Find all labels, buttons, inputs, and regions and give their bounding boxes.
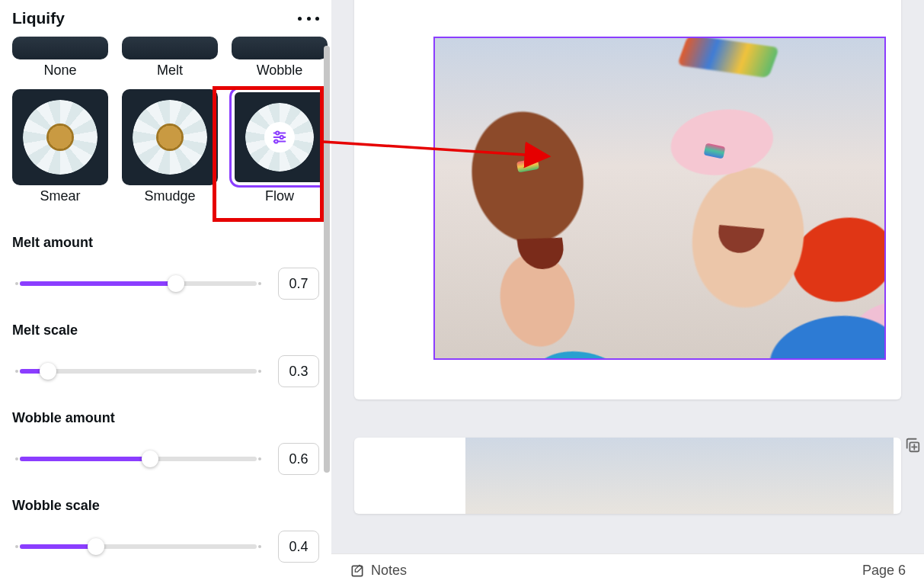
control-row: 0.6 — [12, 443, 319, 475]
slider-track[interactable] — [20, 457, 257, 461]
control-row: 0.4 — [12, 531, 319, 563]
preset-wobble-label: Wobble — [257, 63, 303, 79]
preset-smear-label: Smear — [40, 188, 80, 204]
page-indicator[interactable]: Page 6 — [862, 563, 906, 579]
svg-point-3 — [280, 136, 283, 139]
preset-smear-thumb — [12, 89, 108, 185]
canvas-area: Page 6 - curve images in canva Notes Pag… — [331, 0, 924, 587]
slider-min-dot — [15, 370, 18, 373]
preset-flow-thumb — [232, 89, 328, 185]
preset-smudge[interactable]: Smudge — [122, 89, 218, 212]
control-row: 0.3 — [12, 355, 319, 387]
slider[interactable] — [12, 457, 264, 461]
preset-wobble[interactable]: Wobble — [232, 37, 328, 86]
panel-title: Liquify — [12, 9, 65, 27]
preset-flow-label: Flow — [265, 188, 294, 204]
selected-image[interactable] — [433, 37, 886, 360]
slider-thumb[interactable] — [168, 275, 184, 292]
control-label: Melt scale — [12, 322, 319, 338]
value-input[interactable]: 0.6 — [278, 443, 319, 475]
svg-point-5 — [274, 140, 277, 143]
notes-button[interactable]: Notes — [350, 563, 407, 579]
slider-max-dot — [258, 457, 261, 460]
preset-none-thumb — [12, 37, 108, 59]
control-row: 0.7 — [12, 268, 319, 300]
control-label: Melt amount — [12, 235, 319, 251]
next-page-image — [465, 438, 894, 514]
panel-header: Liquify — [12, 9, 319, 37]
slider-max-dot — [258, 545, 261, 548]
slider[interactable] — [12, 369, 264, 374]
liquify-panel: Liquify None Melt Wobble Smear Smudge — [0, 0, 331, 587]
slider-min-dot — [15, 457, 18, 460]
duplicate-page-icon[interactable] — [904, 437, 921, 454]
slider-track[interactable] — [20, 369, 257, 374]
slider-min-dot — [15, 545, 18, 548]
slider-min-dot — [15, 282, 18, 285]
preset-melt[interactable]: Melt — [122, 37, 218, 86]
preset-smudge-thumb — [122, 89, 218, 185]
preset-melt-thumb — [122, 37, 218, 59]
slider-thumb[interactable] — [142, 451, 158, 467]
value-input[interactable]: 0.3 — [278, 355, 319, 387]
panel-scrollbar[interactable] — [322, 0, 331, 488]
preset-row-2: Smear Smudge Flow — [12, 89, 319, 212]
page-card-next[interactable] — [354, 438, 901, 514]
notes-label: Notes — [371, 563, 407, 579]
control-wobble-scale: Wobble scale 0.4 — [12, 498, 319, 563]
slider[interactable] — [12, 544, 264, 549]
control-melt-amount: Melt amount 0.7 — [12, 235, 319, 300]
preset-smudge-label: Smudge — [144, 188, 195, 204]
svg-point-1 — [276, 131, 279, 134]
scrollbar-thumb[interactable] — [324, 46, 330, 473]
notes-icon — [350, 563, 365, 579]
bottom-bar: Notes Page 6 — [331, 553, 924, 587]
value-input[interactable]: 0.7 — [278, 268, 319, 300]
control-label: Wobble scale — [12, 498, 319, 514]
slider-thumb[interactable] — [88, 538, 104, 555]
adjust-settings-icon[interactable] — [264, 122, 295, 152]
page-card-current[interactable] — [354, 0, 901, 399]
preset-none[interactable]: None — [12, 37, 108, 86]
image-subject-right — [618, 71, 886, 360]
slider[interactable] — [12, 281, 264, 286]
preset-none-label: None — [43, 63, 76, 79]
control-label: Wobble amount — [12, 410, 319, 426]
more-options-icon[interactable] — [298, 17, 319, 21]
preset-smear[interactable]: Smear — [12, 89, 108, 212]
control-wobble-amount: Wobble amount 0.6 — [12, 410, 319, 475]
slider-thumb[interactable] — [40, 363, 56, 380]
preset-wobble-thumb — [232, 37, 328, 59]
preset-row-1: None Melt Wobble — [12, 37, 319, 86]
slider-max-dot — [258, 370, 261, 373]
slider-track[interactable] — [20, 281, 257, 286]
control-melt-scale: Melt scale 0.3 — [12, 322, 319, 387]
slider-max-dot — [258, 282, 261, 285]
value-input[interactable]: 0.4 — [278, 531, 319, 563]
slider-track[interactable] — [20, 544, 257, 549]
preset-flow[interactable]: Flow — [232, 89, 328, 212]
canvas-scroll[interactable]: Page 6 - curve images in canva — [331, 0, 924, 553]
preset-melt-label: Melt — [157, 63, 183, 79]
